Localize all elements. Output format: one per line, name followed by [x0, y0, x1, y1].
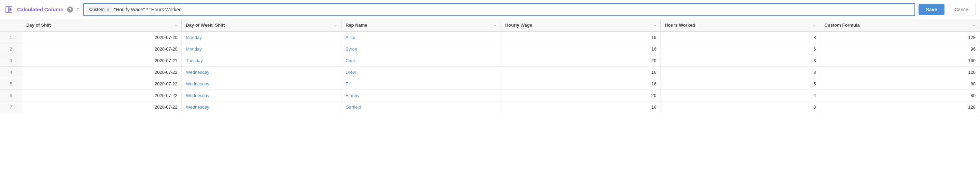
- equals-sign: =: [76, 6, 80, 13]
- sort-icon-day-of-week: ⌄: [334, 23, 337, 27]
- cell-day-of-week[interactable]: Wednesday: [182, 67, 342, 78]
- col-header-day-of-week[interactable]: Day of Week: Shift ⌄: [182, 19, 342, 32]
- data-table: Day of Shift ⌄ Day of Week: Shift ⌄ Rep …: [0, 19, 980, 113]
- cell-day-of-week[interactable]: Tuesday: [182, 55, 342, 67]
- col-label-day-of-week: Day of Week: Shift: [186, 22, 225, 28]
- cell-rep-name[interactable]: Drew: [341, 67, 501, 78]
- cell-hours-worked: 8: [660, 102, 820, 113]
- table-container: Day of Shift ⌄ Day of Week: Shift ⌄ Rep …: [0, 19, 980, 113]
- cell-hourly-wage: 16: [501, 43, 661, 55]
- col-label-hourly-wage: Hourly Wage: [505, 22, 532, 28]
- cell-hours-worked: 8: [660, 55, 820, 67]
- cell-hours-worked: 6: [660, 43, 820, 55]
- svg-rect-0: [6, 6, 8, 13]
- cell-hourly-wage: 20: [501, 90, 661, 102]
- sort-icon-rep-name: ⌄: [493, 23, 496, 27]
- cell-hours-worked: 8: [660, 32, 820, 43]
- row-number: 2: [0, 43, 22, 55]
- col-header-hours-worked[interactable]: Hours Worked ⌄: [660, 19, 820, 32]
- row-number: 1: [0, 32, 22, 43]
- cell-custom-formula: 128: [820, 32, 980, 43]
- formula-container: Custom ×: [83, 3, 915, 16]
- row-number: 7: [0, 102, 22, 113]
- row-number: 5: [0, 78, 22, 90]
- table-row: 42020-07-22WednesdayDrew168128: [0, 67, 980, 78]
- cell-day-of-week[interactable]: Wednesday: [182, 102, 342, 113]
- col-header-custom-formula[interactable]: Custom Formula ⌄: [820, 19, 980, 32]
- row-number: 3: [0, 55, 22, 67]
- cell-rep-name[interactable]: Cam: [341, 55, 501, 67]
- cell-day-of-week[interactable]: Wednesday: [182, 78, 342, 90]
- cell-hourly-wage: 16: [501, 78, 661, 90]
- cell-hourly-wage: 16: [501, 67, 661, 78]
- row-number: 6: [0, 90, 22, 102]
- col-header-rownum: [0, 19, 22, 32]
- cell-day-of-shift: 2020-07-20: [22, 43, 182, 55]
- help-icon[interactable]: ?: [67, 6, 73, 13]
- col-header-day-of-shift[interactable]: Day of Shift ⌄: [22, 19, 182, 32]
- cell-day-of-shift: 2020-07-22: [22, 67, 182, 78]
- table-row: 52020-07-22WednesdayEli16580: [0, 78, 980, 90]
- formula-tag-close[interactable]: ×: [107, 7, 109, 12]
- col-label-custom-formula: Custom Formula: [824, 22, 859, 28]
- cell-custom-formula: 80: [820, 78, 980, 90]
- cell-custom-formula: 128: [820, 67, 980, 78]
- cell-custom-formula: 96: [820, 43, 980, 55]
- table-row: 32020-07-21TuesdayCam208160: [0, 55, 980, 67]
- cell-day-of-shift: 2020-07-22: [22, 90, 182, 102]
- cell-custom-formula: 160: [820, 55, 980, 67]
- save-button[interactable]: Save: [918, 4, 945, 15]
- cell-day-of-shift: 2020-07-20: [22, 32, 182, 43]
- toolbar-left: Calculated Column ? =: [4, 5, 80, 14]
- cell-hours-worked: 5: [660, 78, 820, 90]
- cell-day-of-week[interactable]: Monday: [182, 32, 342, 43]
- cell-rep-name[interactable]: Franny: [341, 90, 501, 102]
- cell-day-of-shift: 2020-07-22: [22, 78, 182, 90]
- cell-day-of-shift: 2020-07-22: [22, 102, 182, 113]
- sort-icon-hours-worked: ⌄: [813, 23, 816, 27]
- cell-hourly-wage: 16: [501, 102, 661, 113]
- cell-day-of-week[interactable]: Monday: [182, 43, 342, 55]
- col-header-hourly-wage[interactable]: Hourly Wage ⌄: [501, 19, 661, 32]
- cell-custom-formula: 80: [820, 90, 980, 102]
- table-row: 22020-07-20MondayByron16696: [0, 43, 980, 55]
- cell-rep-name[interactable]: Garfield: [341, 102, 501, 113]
- add-column-icon[interactable]: [4, 5, 14, 14]
- col-header-rep-name[interactable]: Rep Name ⌄: [341, 19, 501, 32]
- formula-tag-label: Custom: [89, 7, 105, 12]
- table-row: 62020-07-22WednesdayFranny20480: [0, 90, 980, 102]
- formula-tag: Custom ×: [86, 6, 112, 13]
- sort-icon-hourly-wage: ⌄: [653, 23, 656, 27]
- cell-hours-worked: 8: [660, 67, 820, 78]
- formula-expression-input[interactable]: [114, 7, 912, 12]
- toolbar: Calculated Column ? = Custom × Save Canc…: [0, 0, 980, 19]
- calc-column-label: Calculated Column: [17, 6, 64, 12]
- col-label-hours-worked: Hours Worked: [665, 22, 695, 28]
- cell-hourly-wage: 20: [501, 55, 661, 67]
- table-row: 12020-07-20MondayAlice168128: [0, 32, 980, 43]
- cell-day-of-shift: 2020-07-21: [22, 55, 182, 67]
- sort-icon-day-of-shift: ⌄: [174, 23, 177, 27]
- sort-icon-custom-formula: ⌄: [972, 23, 975, 27]
- cell-custom-formula: 128: [820, 102, 980, 113]
- cell-day-of-week[interactable]: Wednesday: [182, 90, 342, 102]
- cell-hours-worked: 4: [660, 90, 820, 102]
- cell-rep-name[interactable]: Alice: [341, 32, 501, 43]
- col-label-rep-name: Rep Name: [345, 22, 368, 28]
- cell-rep-name[interactable]: Byron: [341, 43, 501, 55]
- cell-hourly-wage: 16: [501, 32, 661, 43]
- col-label-day-of-shift: Day of Shift: [26, 22, 51, 28]
- row-number: 4: [0, 67, 22, 78]
- cell-rep-name[interactable]: Eli: [341, 78, 501, 90]
- cancel-button[interactable]: Cancel: [948, 4, 976, 15]
- table-row: 72020-07-22WednesdayGarfield168128: [0, 102, 980, 113]
